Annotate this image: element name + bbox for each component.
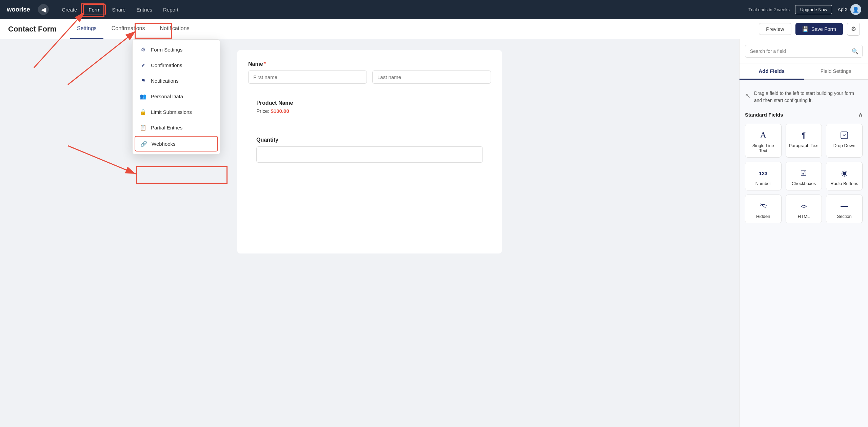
- user-info: ApiX 👤: [837, 4, 861, 15]
- top-navigation: woorise ◀ Create Form Share Entries Repo…: [0, 0, 868, 19]
- field-section[interactable]: — Section: [826, 195, 863, 223]
- quantity-label: Quantity: [256, 137, 483, 143]
- gear-icon: ⚙: [851, 25, 856, 33]
- nav-form[interactable]: Form: [83, 4, 106, 15]
- hidden-icon: [760, 201, 767, 211]
- cursor-icon: ↖: [745, 90, 751, 101]
- panel-tab-field-settings[interactable]: Field Settings: [804, 63, 868, 80]
- field-checkboxes[interactable]: ☑ Checkboxes: [786, 162, 822, 190]
- nav-entries[interactable]: Entries: [132, 4, 157, 15]
- save-button[interactable]: 💾 Save Form: [795, 23, 843, 35]
- product-name: Product Name: [256, 100, 483, 106]
- trial-text: Trial ends in 2 weeks: [748, 7, 790, 12]
- collapse-icon[interactable]: ∧: [858, 111, 863, 118]
- nav-report[interactable]: Report: [158, 4, 183, 15]
- dropdown-item-notifications[interactable]: ⚑ Notifications: [133, 73, 220, 88]
- confirmations-icon: ✔: [139, 61, 147, 69]
- sub-header: Contact Form Settings Confirmations Noti…: [0, 19, 868, 39]
- main-layout: Name* Product Name Price: $100.00 Quanti…: [0, 39, 868, 427]
- limit-submissions-icon: 🔒: [139, 108, 147, 116]
- dropdown-item-personal-data[interactable]: 👥 Personal Data: [133, 88, 220, 104]
- field-hidden[interactable]: Hidden: [745, 195, 782, 223]
- section-icon: —: [841, 201, 848, 211]
- name-field-group: Name*: [248, 61, 491, 84]
- panel-tab-add-fields[interactable]: Add Fields: [739, 63, 804, 80]
- html-icon: <>: [801, 201, 807, 211]
- drag-hint: ↖ Drag a field to the left to start buil…: [745, 86, 863, 111]
- single-line-text-icon: A: [760, 130, 766, 140]
- nav-links: Create Form Share Entries Report: [57, 4, 183, 15]
- quantity-area: Quantity: [248, 130, 491, 169]
- number-icon: 123: [759, 168, 767, 178]
- logo-text: woorise: [7, 6, 30, 13]
- name-label: Name*: [248, 61, 491, 67]
- form-settings-icon: ⚙: [139, 46, 147, 53]
- personal-data-icon: 👥: [139, 93, 147, 100]
- required-indicator: *: [264, 61, 266, 67]
- panel-tabs: Add Fields Field Settings: [739, 63, 868, 80]
- dropdown-item-partial-entries[interactable]: 📋 Partial Entries: [133, 120, 220, 135]
- name-row: [248, 70, 491, 84]
- save-label: Save Form: [811, 26, 836, 32]
- field-paragraph-text[interactable]: ¶ Paragraph Text: [786, 124, 822, 158]
- tab-confirmations[interactable]: Confirmations: [105, 19, 152, 39]
- field-html[interactable]: <> HTML: [786, 195, 822, 223]
- logo: woorise: [7, 6, 30, 13]
- last-name-input[interactable]: [372, 70, 491, 84]
- radio-buttons-icon: ◉: [841, 168, 848, 178]
- nav-right: Trial ends in 2 weeks Upgrade Now ApiX 👤: [748, 4, 861, 15]
- upgrade-button[interactable]: Upgrade Now: [795, 5, 832, 14]
- product-section: Product Name Price: $100.00: [248, 93, 491, 121]
- dropdown-item-form-settings[interactable]: ⚙ Form Settings: [133, 42, 220, 57]
- svg-rect-0: [841, 132, 848, 139]
- fields-grid: A Single Line Text ¶ Paragraph Text Drop…: [745, 124, 863, 223]
- notifications-icon: ⚑: [139, 77, 147, 84]
- search-field-area: 🔍: [739, 39, 868, 63]
- avatar: 👤: [850, 4, 861, 15]
- preview-button[interactable]: Preview: [759, 23, 791, 35]
- form-canvas: Name* Product Name Price: $100.00 Quanti…: [237, 50, 502, 253]
- checkboxes-icon: ☑: [800, 168, 807, 178]
- sub-tabs: Settings Confirmations Notifications: [70, 19, 196, 39]
- user-name: ApiX: [837, 7, 848, 12]
- header-actions: Preview 💾 Save Form ⚙: [759, 23, 860, 36]
- drop-down-icon: [841, 130, 848, 140]
- price-value: $100.00: [271, 108, 289, 114]
- dropdown-item-webhooks[interactable]: 🔗 Webhooks: [135, 136, 218, 151]
- tab-settings[interactable]: Settings: [70, 19, 103, 39]
- settings-dropdown-menu: ⚙ Form Settings ✔ Confirmations ⚑ Notifi…: [132, 39, 220, 155]
- search-field-input[interactable]: [745, 45, 863, 58]
- field-number[interactable]: 123 Number: [745, 162, 782, 190]
- standard-fields-header: Standard Fields ∧: [745, 111, 863, 118]
- standard-fields-label: Standard Fields: [745, 112, 783, 118]
- partial-entries-icon: 📋: [139, 124, 147, 131]
- form-area: Name* Product Name Price: $100.00 Quanti…: [0, 39, 739, 427]
- tab-notifications[interactable]: Notifications: [153, 19, 196, 39]
- form-title: Contact Form: [8, 25, 57, 34]
- field-radio-buttons[interactable]: ◉ Radio Buttons: [826, 162, 863, 190]
- right-panel: 🔍 Add Fields Field Settings ↖ Drag a fie…: [739, 39, 868, 427]
- settings-icon-button[interactable]: ⚙: [847, 23, 860, 36]
- panel-content: ↖ Drag a field to the left to start buil…: [739, 80, 868, 427]
- nav-create[interactable]: Create: [57, 4, 82, 15]
- field-drop-down[interactable]: Drop Down: [826, 124, 863, 158]
- dropdown-item-limit-submissions[interactable]: 🔒 Limit Submissions: [133, 104, 220, 120]
- save-icon: 💾: [802, 26, 809, 32]
- quantity-input[interactable]: [256, 146, 483, 163]
- first-name-input[interactable]: [248, 70, 367, 84]
- paragraph-text-icon: ¶: [802, 130, 806, 140]
- search-wrapper: 🔍: [745, 45, 863, 58]
- nav-share[interactable]: Share: [107, 4, 130, 15]
- dropdown-item-confirmations[interactable]: ✔ Confirmations: [133, 57, 220, 73]
- search-icon: 🔍: [852, 48, 859, 55]
- webhooks-icon: 🔗: [140, 140, 147, 147]
- back-button[interactable]: ◀: [38, 4, 49, 15]
- product-price: Price: $100.00: [256, 108, 483, 114]
- field-single-line-text[interactable]: A Single Line Text: [745, 124, 782, 158]
